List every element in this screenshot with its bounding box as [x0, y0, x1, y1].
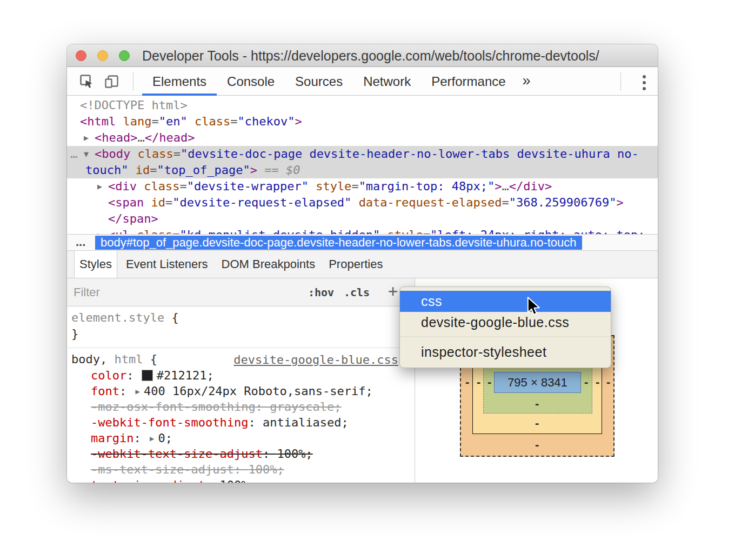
dom-tree-node[interactable]: </span>: [67, 211, 658, 227]
breadcrumb-overflow-dots[interactable]: ...: [76, 235, 85, 249]
inspect-element-icon[interactable]: [79, 74, 95, 90]
sidebar-tab-event-listeners[interactable]: Event Listeners: [121, 251, 213, 278]
menu-separator: [400, 337, 611, 338]
styles-pane: Filter :hov .cls + element.style {}body,…: [67, 278, 415, 483]
element-classes-button[interactable]: .cls: [344, 286, 370, 299]
title-bar: Developer Tools - https://developers.goo…: [67, 44, 658, 67]
expand-arrow-icon[interactable]: ▶: [97, 227, 108, 234]
more-tabs-button[interactable]: »: [516, 68, 537, 96]
sidebar-tab-styles[interactable]: Styles: [74, 251, 117, 278]
close-window-button[interactable]: [76, 50, 86, 61]
traffic-lights: [76, 50, 130, 61]
box-model-value[interactable]: -: [535, 438, 539, 452]
expand-shorthand-icon[interactable]: ▶: [135, 387, 139, 396]
styles-filter-bar: Filter :hov .cls +: [67, 278, 415, 306]
dom-tree-node[interactable]: ▶<div class="devsite-wrapper" style="mar…: [67, 178, 658, 195]
sidebar-tabbar: StylesEvent ListenersDOM BreakpointsProp…: [67, 251, 658, 278]
new-style-rule-button[interactable]: +: [388, 282, 398, 301]
box-model-value[interactable]: -: [487, 375, 491, 389]
toggle-element-state-button[interactable]: :hov: [308, 286, 334, 299]
box-model-value[interactable]: -: [477, 375, 480, 389]
dom-tree-node[interactable]: <!DOCTYPE html>: [67, 97, 658, 114]
collapse-arrow-icon[interactable]: ▼: [84, 146, 95, 162]
toolbar-tabs: ElementsConsoleSourcesNetworkPerformance…: [142, 68, 537, 96]
box-model-value[interactable]: -: [535, 397, 539, 411]
style-rule: element.style {}: [67, 306, 415, 348]
dom-tree-node[interactable]: …▼<body class="devsite-doc-page devsite-…: [67, 146, 658, 162]
menu-item-css[interactable]: css: [400, 291, 611, 312]
sidebar-tab-dom-breakpoints[interactable]: DOM Breakpoints: [217, 251, 320, 278]
filter-input[interactable]: Filter: [74, 285, 100, 299]
stylesheet-dropdown-menu: cssdevsite-google-blue.cssinspector-styl…: [399, 286, 611, 368]
tab-elements[interactable]: Elements: [142, 68, 217, 96]
rule-selector[interactable]: element.style {: [71, 310, 410, 326]
expand-arrow-icon[interactable]: ▶: [97, 178, 108, 195]
css-property[interactable]: font: ▶400 16px/24px Roboto,sans-serif;: [71, 383, 410, 399]
box-model-value[interactable]: -: [596, 375, 599, 389]
expand-shorthand-icon[interactable]: ▶: [150, 434, 154, 443]
box-model-value[interactable]: -: [584, 375, 588, 389]
minimize-window-button[interactable]: [97, 50, 108, 61]
zoom-window-button[interactable]: [119, 50, 130, 61]
toolbar-divider: [133, 72, 133, 91]
css-property[interactable]: -ms-text-size-adjust: 100%;: [71, 462, 410, 477]
color-swatch[interactable]: [142, 370, 153, 381]
mouse-cursor: [524, 296, 543, 317]
box-model-value[interactable]: -: [465, 375, 469, 389]
devtools-window: Developer Tools - https://developers.goo…: [67, 44, 658, 483]
dom-tree: <!DOCTYPE html><html lang="en" class="ch…: [67, 96, 658, 234]
box-model-value[interactable]: -: [535, 416, 539, 430]
tab-network[interactable]: Network: [353, 68, 421, 96]
devtools-toolbar: ElementsConsoleSourcesNetworkPerformance…: [67, 68, 658, 96]
css-property[interactable]: -moz-osx-font-smoothing: grayscale;: [71, 399, 410, 415]
kebab-menu-icon[interactable]: [643, 75, 646, 90]
sidebar-tab-properties[interactable]: Properties: [324, 251, 388, 278]
tab-sources[interactable]: Sources: [285, 68, 353, 96]
box-model-content[interactable]: 795 × 8341: [494, 372, 581, 393]
stylesheet-source-link[interactable]: devsite-google-blue.css: [233, 353, 398, 366]
dom-tree-node[interactable]: <span id="devsite-request-elapsed" data-…: [67, 195, 658, 211]
node-more-actions-dots[interactable]: …: [70, 146, 77, 162]
menu-item-inspector-stylesheet[interactable]: inspector-stylesheet: [400, 342, 611, 363]
window-title: Developer Tools - https://developers.goo…: [142, 48, 599, 64]
dom-tree-node[interactable]: touch" id="top_of_page"> == $0: [67, 162, 658, 178]
css-property[interactable]: text-size-adjust: 100%;: [71, 477, 410, 483]
dom-tree-node[interactable]: <html lang="en" class="chekov">: [67, 114, 658, 130]
rule-close-brace: }: [71, 326, 410, 342]
box-model-value[interactable]: -: [606, 375, 610, 389]
toggle-device-toolbar-icon[interactable]: [104, 74, 120, 90]
dom-tree-node[interactable]: ▶<ul class="kd-menulist devsite-hidden" …: [67, 227, 658, 234]
style-rule: body, html {devsite-google-blue.csscolor…: [67, 348, 415, 483]
breadcrumb-selected-node[interactable]: body#top_of_page.devsite-doc-page.devsit…: [95, 236, 582, 250]
toolbar-divider: [620, 72, 621, 91]
css-property[interactable]: -webkit-font-smoothing: antialiased;: [71, 415, 410, 430]
breadcrumb: ... body#top_of_page.devsite-doc-page.de…: [67, 234, 658, 251]
css-property[interactable]: -webkit-text-size-adjust: 100%;: [71, 446, 410, 462]
expand-arrow-icon[interactable]: ▶: [84, 130, 95, 146]
dom-tree-node[interactable]: ▶<head>…</head>: [67, 130, 658, 146]
style-rules-list: element.style {}body, html {devsite-goog…: [67, 306, 415, 483]
css-property[interactable]: margin: ▶0;: [71, 430, 410, 446]
tab-console[interactable]: Console: [217, 68, 285, 96]
menu-item-devsite-google-blue-css[interactable]: devsite-google-blue.css: [400, 312, 611, 333]
tab-performance[interactable]: Performance: [421, 68, 516, 96]
css-property[interactable]: color: #212121;: [71, 368, 410, 383]
